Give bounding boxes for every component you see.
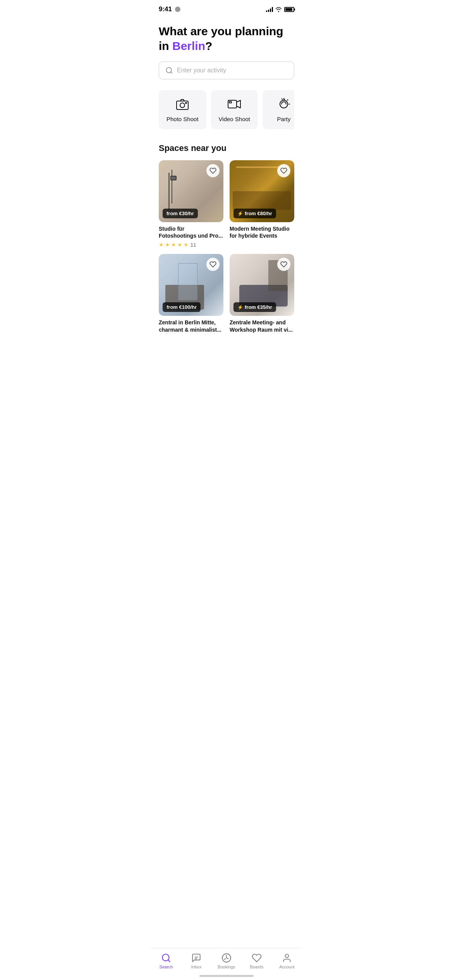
search-placeholder: Enter your activity <box>177 67 226 74</box>
nav-boards-label: Boards <box>250 965 264 969</box>
categories-row: Photo Shoot Video Shoot Party <box>159 90 294 131</box>
space-card-1-image-wrapper: from €30/hr <box>159 160 223 222</box>
category-party[interactable]: Party <box>263 90 294 129</box>
status-icons <box>266 7 294 12</box>
category-video-shoot-label: Video Shoot <box>219 116 250 122</box>
svg-rect-4 <box>185 103 187 103</box>
wifi-icon <box>275 7 282 12</box>
svg-line-19 <box>168 960 170 962</box>
status-time: 9:41 <box>159 5 172 13</box>
space-card-4-image-wrapper: ⚡ from €35/hr <box>230 254 294 316</box>
spaces-section-title: Spaces near you <box>159 143 294 153</box>
star-3: ★ <box>171 242 176 248</box>
nav-search[interactable]: Search <box>154 953 178 969</box>
nav-account-label: Account <box>279 965 295 969</box>
nav-account[interactable]: Account <box>275 953 299 969</box>
account-nav-icon <box>282 953 292 963</box>
camera-icon <box>175 97 189 111</box>
space-card-4[interactable]: ⚡ from €35/hr Zentrale Meeting- and Work… <box>230 254 294 333</box>
party-icon <box>277 97 291 111</box>
space-card-2-favorite-button[interactable] <box>277 164 290 177</box>
nav-boards[interactable]: Boards <box>245 953 268 969</box>
svg-line-9 <box>287 100 288 101</box>
star-4: ★ <box>177 242 182 248</box>
lightning-icon-2: ⚡ <box>237 211 243 216</box>
nav-inbox[interactable]: Inbox <box>185 953 208 969</box>
battery-icon <box>284 7 294 12</box>
category-photo-shoot-label: Photo Shoot <box>166 116 199 122</box>
space-card-2-title: Modern Meeting Studio for hybride Events <box>230 225 294 239</box>
heart-icon <box>280 261 287 268</box>
space-card-1-favorite-button[interactable] <box>206 164 220 177</box>
star-2: ★ <box>165 242 170 248</box>
space-card-1-rating: ★ ★ ★ ★ ★ 11 <box>159 242 223 248</box>
home-indicator <box>199 975 254 977</box>
nav-bookings-label: Bookings <box>218 965 235 969</box>
svg-point-23 <box>285 954 289 958</box>
space-card-3-title: Zentral in Berlin Mitte, charmant & mini… <box>159 319 223 333</box>
space-card-3[interactable]: from €100/hr Zentral in Berlin Mitte, ch… <box>159 254 223 333</box>
space-card-1-review-count: 11 <box>190 242 196 248</box>
lightning-icon-4: ⚡ <box>237 305 243 310</box>
space-card-3-image-wrapper: from €100/hr <box>159 254 223 316</box>
main-heading: What are you planning in Berlin? <box>159 24 294 53</box>
bookings-nav-icon <box>221 953 232 963</box>
video-icon <box>227 97 241 111</box>
inbox-nav-icon <box>191 953 201 963</box>
status-bar: 9:41 <box>151 0 302 16</box>
space-card-2-image-wrapper: ⚡ from €80/hr <box>230 160 294 222</box>
signal-bars <box>266 7 273 12</box>
category-photo-shoot[interactable]: Photo Shoot <box>159 90 206 129</box>
space-card-3-price: from €100/hr <box>163 302 201 312</box>
category-party-label: Party <box>277 116 291 122</box>
space-card-1-price: from €30/hr <box>163 209 198 218</box>
heart-icon <box>209 167 216 174</box>
svg-line-12 <box>282 99 282 99</box>
star-1: ★ <box>159 242 164 248</box>
space-card-4-title: Zentrale Meeting- and Workshop Raum mit … <box>230 319 294 333</box>
space-card-4-price: ⚡ from €35/hr <box>233 302 276 312</box>
star-5: ★ <box>184 242 189 248</box>
svg-rect-6 <box>229 101 232 103</box>
category-video-shoot[interactable]: Video Shoot <box>211 90 258 129</box>
search-icon <box>165 67 173 74</box>
boards-nav-icon <box>252 953 262 963</box>
spaces-grid: from €30/hr Studio für Fotoshootings und… <box>159 160 294 333</box>
space-card-2[interactable]: ⚡ from €80/hr Modern Meeting Studio for … <box>230 160 294 248</box>
nav-bookings[interactable]: Bookings <box>215 953 238 969</box>
space-card-1-title: Studio für Fotoshootings und Pro... <box>159 225 223 239</box>
space-card-2-price: ⚡ from €80/hr <box>233 209 276 218</box>
status-dot <box>175 7 180 12</box>
main-content: What are you planning in Berlin? Enter y… <box>151 16 302 372</box>
nav-inbox-label: Inbox <box>191 965 202 969</box>
space-card-1[interactable]: from €30/hr Studio für Fotoshootings und… <box>159 160 223 248</box>
city-name: Berlin <box>172 39 205 52</box>
svg-point-3 <box>180 103 185 108</box>
svg-line-1 <box>171 72 172 74</box>
search-bar[interactable]: Enter your activity <box>159 62 294 79</box>
heart-icon <box>209 261 216 268</box>
heart-icon <box>280 167 287 174</box>
nav-search-label: Search <box>160 965 173 969</box>
search-nav-icon <box>161 953 171 963</box>
bottom-nav: Search Inbox Bookings Boards Account <box>151 948 302 980</box>
